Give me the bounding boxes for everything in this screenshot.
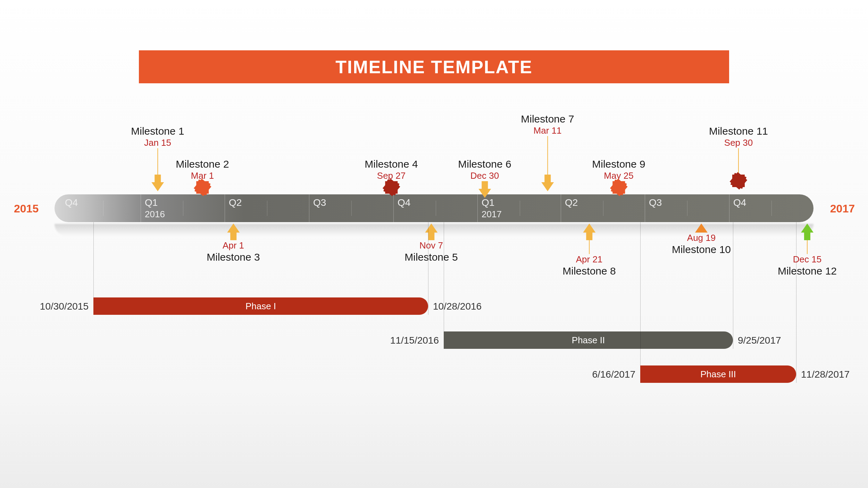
arrow-up-icon (230, 233, 236, 240)
quarter-divider (225, 194, 225, 222)
quarter-label: Q4 (398, 197, 410, 208)
connector-line (589, 240, 590, 254)
quarter-label: Q2 (229, 197, 242, 208)
connector-line (547, 136, 548, 175)
drop-line (93, 222, 94, 297)
arrow-up-icon (586, 233, 592, 240)
mid-tick (520, 201, 520, 216)
milestone-name: Milestone 8 (562, 265, 616, 277)
phase-bar: Phase II (444, 331, 733, 349)
quarter-divider (561, 194, 561, 222)
quarter-divider (393, 194, 394, 222)
connector-line (738, 148, 739, 175)
phase-end-date: 10/28/2016 (433, 301, 482, 312)
mid-tick (103, 201, 103, 216)
mid-tick (351, 201, 352, 216)
milestone: Dec 15Milestone 12 (778, 224, 837, 277)
milestone: Milestone 6Dec 30 (458, 158, 511, 198)
milestone: Apr 21Milestone 8 (562, 224, 616, 277)
phase-bar: Phase III (640, 365, 796, 383)
milestone-date: Apr 1 (207, 240, 260, 251)
phase-bar: Phase I (93, 297, 428, 315)
arrow-up-icon (428, 233, 434, 240)
milestone-name: Milestone 11 (709, 125, 768, 137)
title-banner: TIMELINE TEMPLATE (139, 50, 729, 83)
arrow-down-icon (541, 182, 554, 191)
milestone-name: Milestone 7 (521, 113, 574, 125)
milestone: Aug 19Milestone 10 (672, 224, 731, 256)
arrow-down-icon (544, 175, 551, 182)
drop-line (796, 222, 796, 383)
milestone-date: Dec 15 (778, 254, 837, 265)
starburst-icon (196, 181, 209, 194)
phase-start-date: 10/30/2015 (40, 301, 89, 312)
title-text: TIMELINE TEMPLATE (335, 57, 532, 77)
milestone-name: Milestone 2 (176, 158, 229, 170)
quarter-label: Q2 (565, 197, 578, 208)
arrow-up-icon (695, 224, 708, 233)
timeline-bar: Q4Q12016Q2Q3Q4Q12017Q2Q3Q4 (55, 194, 813, 222)
quarter-label: Q4 (65, 197, 78, 208)
arrow-down-icon (155, 175, 161, 182)
starburst-icon (385, 181, 398, 194)
milestone-name: Milestone 5 (404, 251, 458, 263)
quarter-label: Q4 (733, 197, 746, 208)
drop-line (733, 222, 733, 349)
milestone-date: Sep 30 (709, 137, 768, 148)
phase-start-date: 11/15/2016 (390, 335, 439, 346)
quarter-divider (645, 194, 645, 222)
drop-line (428, 222, 428, 315)
year-end-label: 2017 (830, 202, 855, 215)
milestone-name: Milestone 9 (592, 158, 645, 170)
quarter-label: Q3 (649, 197, 662, 208)
arrow-down-icon (478, 189, 491, 198)
quarter-divider (729, 194, 729, 222)
mid-tick (183, 201, 183, 216)
arrow-up-icon (227, 224, 240, 233)
quarter-divider (477, 194, 478, 222)
milestone-date: Apr 21 (562, 254, 616, 265)
mid-tick (687, 201, 687, 216)
milestone-date: Aug 19 (672, 233, 731, 243)
quarter-year-label: 2017 (482, 209, 502, 220)
drop-line (640, 222, 641, 365)
milestone-name: Milestone 3 (207, 251, 260, 263)
milestone: Nov 7Milestone 5 (404, 224, 458, 263)
quarter-year-label: 2016 (145, 209, 165, 220)
year-start-label: 2015 (14, 202, 39, 215)
milestone: Milestone 4Sep 27 (365, 158, 418, 194)
mid-tick (436, 201, 436, 216)
phase-end-date: 11/28/2017 (801, 369, 850, 380)
arrow-up-icon (583, 224, 595, 233)
milestone-date: Mar 11 (521, 125, 574, 136)
quarter-label: Q3 (313, 197, 326, 208)
milestone: Milestone 2Mar 1 (176, 158, 229, 194)
milestone-name: Milestone 12 (778, 265, 837, 277)
milestone-name: Milestone 1 (131, 125, 184, 137)
milestone-date: Jan 15 (131, 137, 184, 148)
milestone-date: Nov 7 (404, 240, 458, 251)
arrow-down-icon (482, 181, 488, 189)
starburst-icon (732, 175, 745, 187)
milestone-name: Milestone 6 (458, 158, 511, 170)
milestone-name: Milestone 4 (365, 158, 418, 170)
mid-tick (603, 201, 603, 216)
phase-start-date: 6/16/2017 (592, 369, 635, 380)
arrow-down-icon (151, 182, 164, 191)
milestone: Milestone 9May 25 (592, 158, 645, 194)
quarter-divider (141, 194, 141, 222)
arrow-up-icon (804, 233, 810, 240)
milestone: Apr 1Milestone 3 (207, 224, 260, 263)
arrow-up-icon (425, 224, 437, 233)
quarter-label: Q1 (482, 197, 494, 208)
milestone: Milestone 7Mar 11 (521, 113, 574, 191)
connector-line (807, 240, 808, 254)
mid-tick (771, 201, 772, 216)
milestone-date: Dec 30 (458, 170, 511, 181)
starburst-icon (612, 181, 625, 194)
milestone: Milestone 11Sep 30 (709, 125, 768, 187)
connector-line (157, 148, 158, 175)
drop-line (444, 222, 444, 331)
milestone-name: Milestone 10 (672, 243, 731, 256)
arrow-up-icon (801, 224, 813, 233)
